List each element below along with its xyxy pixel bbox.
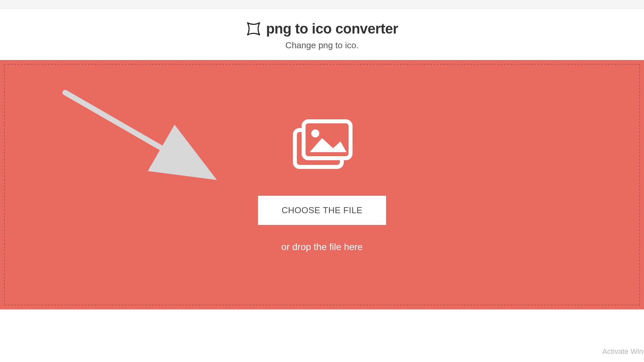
svg-point-3 [311,129,319,137]
dropzone-container: CHOOSE THE FILE or drop the file here [0,60,644,309]
annotation-arrow-icon [57,87,224,189]
file-dropzone[interactable]: CHOOSE THE FILE or drop the file here [4,64,640,305]
image-stack-icon [290,117,354,176]
page-title: png to ico converter [266,21,398,37]
title-row: png to ico converter [0,21,644,37]
drop-hint-text: or drop the file here [281,242,363,252]
svg-rect-2 [304,121,351,158]
choose-file-button[interactable]: CHOOSE THE FILE [258,196,386,225]
concave-square-icon [246,21,261,37]
top-spacer [0,0,644,9]
svg-line-0 [65,93,208,175]
windows-activation-watermark: Activate Wind [602,347,644,356]
page-header: png to ico converter Change png to ico. [0,9,644,60]
page-subtitle: Change png to ico. [0,40,644,51]
